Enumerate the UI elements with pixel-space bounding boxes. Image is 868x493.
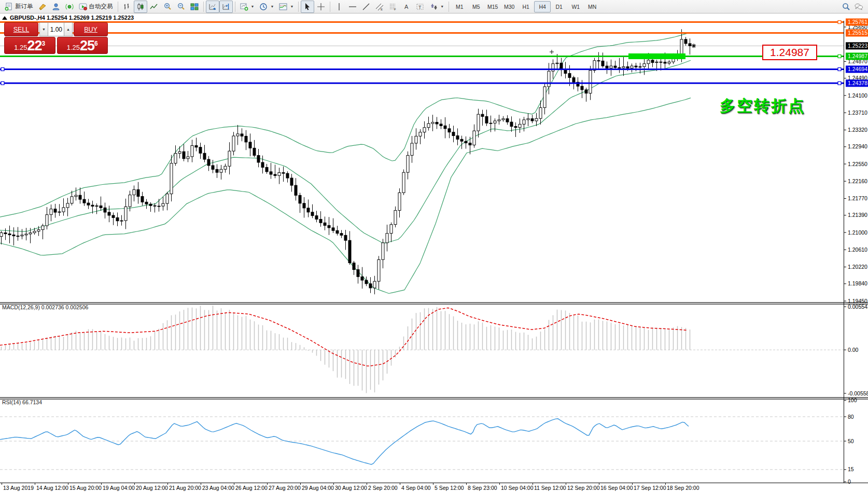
cursor-tool-button[interactable]	[301, 1, 314, 13]
autotrade-button[interactable]: 自动交易	[76, 1, 116, 13]
rsi-tick-label: 0	[848, 478, 851, 485]
price-tick-label: 1.23710	[848, 109, 867, 116]
new-chart-button[interactable]: ▼	[237, 1, 257, 13]
price-line-label: 1.24378	[848, 80, 867, 86]
bid-pip-digit: 3	[42, 40, 46, 47]
price-chart-canvas[interactable]: 1.256501.248701.244901.241001.237101.233…	[0, 13, 868, 493]
auto-scroll-button[interactable]	[206, 1, 219, 13]
hline-tool-button[interactable]	[346, 1, 359, 13]
price-tick-label: 1.20610	[848, 246, 867, 253]
bid-quote[interactable]: 1.25 22 3	[4, 37, 55, 54]
line-chart-mode-button[interactable]	[147, 1, 161, 13]
time-axis-label: 2 Sep 20:00	[368, 485, 398, 491]
tab-timeframe-MN[interactable]: MN	[584, 1, 600, 12]
time-axis-label: 17 Sep 12:00	[634, 485, 666, 491]
toolbar-separator	[330, 2, 330, 12]
price-tick-label: 1.21390	[848, 212, 867, 218]
chevron-down-icon: ▼	[251, 5, 255, 8]
tab-timeframe-M1[interactable]: M1	[451, 1, 468, 12]
time-axis-label: 27 Aug 20:00	[269, 485, 301, 491]
new-order-button[interactable]: 新订单	[2, 1, 36, 13]
vline-tool-button[interactable]	[332, 1, 346, 13]
zoom-out-icon	[177, 3, 185, 11]
bid-big-digits: 22	[27, 39, 42, 53]
zoom-out-button[interactable]	[174, 1, 188, 13]
price-line-label: 1.25761	[848, 19, 867, 25]
rsi-tick-label: 80	[848, 414, 854, 420]
sell-button[interactable]: SELL	[4, 22, 38, 36]
one-click-trade-panel: SELL ▼ 1.00 ▲ BUY 1.25 22 3 1.25 25 6	[4, 22, 108, 55]
price-tick-label: 1.22550	[848, 161, 867, 167]
price-line-label: 1.24694	[848, 66, 867, 72]
search-icon[interactable]	[842, 3, 850, 11]
time-axis-label: 8 Sep 23:00	[468, 485, 497, 491]
fibonacci-icon: F	[389, 3, 397, 11]
bar-chart-mode-button[interactable]	[120, 1, 134, 13]
time-axis-label: 11 Sep 12:00	[534, 485, 566, 491]
time-axis-label: 13 Aug 2019	[3, 485, 34, 491]
rsi-tick-label: 15	[848, 466, 854, 472]
tile-windows-icon	[190, 3, 199, 11]
time-axis-label: 19 Aug 04:00	[103, 485, 135, 491]
new-order-icon	[5, 3, 13, 11]
tab-timeframe-H1[interactable]: H1	[517, 1, 534, 12]
candle-chart-mode-button[interactable]	[134, 1, 147, 13]
volume-field[interactable]: 1.00	[48, 22, 64, 36]
line-chart-icon	[150, 3, 158, 11]
period-button[interactable]: ▼	[257, 1, 276, 13]
tab-timeframe-M15[interactable]: M15	[484, 1, 501, 12]
price-line-label: 1.24987	[848, 53, 867, 59]
rsi-indicator-label: RSI(14) 66.7134	[2, 399, 42, 405]
label-tool-button[interactable]: T	[413, 1, 427, 13]
person-icon	[52, 3, 60, 11]
timeframe-bar: M1M5M15M30H1H4D1W1MN	[451, 1, 600, 12]
volume-increase-button[interactable]: ▲	[64, 22, 73, 36]
buy-button[interactable]: BUY	[74, 22, 108, 36]
time-axis-label: 21 Aug 20:00	[169, 485, 201, 491]
channel-tool-button[interactable]: E	[373, 1, 386, 13]
time-axis-label: 14 Aug 12:00	[36, 485, 68, 491]
chinese-annotation: 多空转折点	[720, 95, 805, 117]
price-callout-box[interactable]: 1.24987	[762, 45, 817, 60]
time-axis-label: 18 Sep 20:00	[667, 485, 699, 491]
indicators-button[interactable]: ▼	[276, 1, 296, 13]
text-a-icon: A	[402, 3, 411, 11]
community-button[interactable]	[49, 1, 63, 13]
chart-shift-button[interactable]	[219, 1, 233, 13]
styles-button[interactable]	[36, 1, 49, 13]
toolbar-separator	[203, 2, 204, 12]
tab-timeframe-M30[interactable]: M30	[501, 1, 517, 12]
autotrade-label: 自动交易	[89, 3, 113, 10]
volume-decrease-button[interactable]: ▼	[39, 22, 48, 36]
main-toolbar: 新订单 自动交易 ▼ ▼	[0, 0, 868, 13]
chat-icon[interactable]	[855, 3, 863, 11]
new-order-label: 新订单	[15, 3, 33, 10]
trendline-tool-button[interactable]	[359, 1, 373, 13]
price-tick-label: 1.21770	[848, 195, 867, 201]
zoom-in-button[interactable]	[161, 1, 174, 13]
fibonacci-tool-button[interactable]: F	[386, 1, 400, 13]
vertical-line-icon	[335, 3, 343, 11]
text-tool-button[interactable]: A	[400, 1, 413, 13]
crosshair-icon	[317, 3, 325, 11]
svg-text:A: A	[404, 4, 409, 10]
crosshair-tool-button[interactable]	[314, 1, 328, 13]
svg-text:T: T	[418, 4, 422, 9]
toolbar-separator	[298, 2, 299, 12]
ask-quote[interactable]: 1.25 25 6	[57, 37, 108, 54]
tab-timeframe-H4[interactable]: H4	[534, 1, 551, 12]
broadcast-button[interactable]	[63, 1, 76, 13]
tab-timeframe-W1[interactable]: W1	[567, 1, 584, 12]
time-axis-label: 15 Aug 20:00	[69, 485, 102, 491]
collapse-triangle-icon[interactable]	[2, 16, 7, 20]
volume-stepper: ▼ 1.00 ▲	[39, 22, 73, 36]
tab-timeframe-D1[interactable]: D1	[551, 1, 567, 12]
toolbar-separator	[449, 2, 449, 12]
tile-windows-button[interactable]	[188, 1, 201, 13]
text-label-icon: T	[416, 3, 424, 11]
tab-timeframe-M5[interactable]: M5	[468, 1, 484, 12]
price-tick-label: 1.23320	[848, 127, 867, 133]
shapes-tool-button[interactable]: ▼	[427, 1, 446, 13]
price-tick-label: 1.22940	[848, 143, 867, 149]
chart-title: GBPUSD-,H4 1.25254 1.25269 1.25219 1.252…	[10, 15, 134, 21]
